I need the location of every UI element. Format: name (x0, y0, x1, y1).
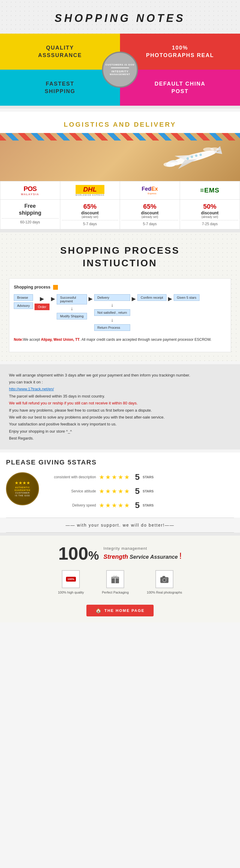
footer-icons: 100% 100% high quality Perfect Packaging (6, 570, 234, 594)
star-2-5: ★ (124, 488, 130, 495)
ems-discount-pct: 50% (181, 203, 239, 211)
flow-step-delivery: Delivery (94, 294, 130, 301)
guarantee-text-2: CUSTOMER (15, 492, 30, 494)
pos-sub: MALAYSIA (21, 193, 39, 196)
stars-label-1: consistent with description (48, 475, 96, 479)
divider-3 (0, 533, 240, 536)
flow-col-2: Successfulpayment ↓ Modify Shipping (57, 294, 87, 319)
flow-step-browse: Browse (14, 294, 33, 301)
guarantee-text-1: AUTHENTIC GUARANTEE (10, 486, 35, 492)
envelope-border (0, 133, 240, 141)
ems-days: 7-25 days (181, 220, 239, 226)
dhl-discount-pct: 65% (62, 203, 118, 211)
page-title: SHOPPING NOTES (6, 12, 234, 25)
logistics-title: LOGISTICS AND DELIVERY (0, 121, 240, 133)
airplane-icon (161, 145, 227, 169)
fedex-already-set: (already set) (122, 215, 178, 219)
svg-point-11 (171, 162, 180, 165)
footer-icon-packaging: Perfect Packaging (102, 570, 129, 594)
stars-row-2: Service attitude ★ ★ ★ ★ ★ 5 STARS (48, 486, 234, 496)
fedex-sub: Express (142, 192, 156, 195)
info-line-5: If you have any problems, please feel fr… (9, 407, 231, 414)
stars-section: PLEASE GIVING 5STARS ★★★★ AUTHENTIC GUAR… (0, 453, 240, 518)
stars-row-1: consistent with description ★ ★ ★ ★ ★ 5 … (48, 472, 234, 482)
info-line-7: Your satisfaction and positive feedback … (9, 421, 231, 428)
fedex-logo-cell: FedEx Express (120, 181, 180, 199)
guarantee-stars: ★★★★ (15, 480, 30, 485)
integrity-service: Service Assurance (130, 554, 178, 560)
quality-box-4: DEFAULT CHINAPOST (120, 70, 240, 106)
dhl-discount-word: discount (62, 211, 118, 215)
star-2-4: ★ (118, 488, 123, 495)
shipping-logos: POS MALAYSIA DHL WORLDWIDE EXPRESS FedEx… (0, 181, 240, 200)
ems-discount-word: discount (181, 211, 239, 215)
support-text: —— with your support. we will do better!… (66, 523, 175, 528)
camera-icon-box (156, 570, 173, 588)
pos-logo: POS (21, 185, 39, 193)
quality-section: QUALITYASSSURANCE 100%PHOTOGRAPHS REAL F… (0, 34, 240, 106)
process-diagram: Shopping process Browse Advisory ▶ Order… (9, 278, 231, 352)
flow-col-3: Delivery ↓ Not satisfied , return ↓ Retu… (94, 294, 130, 331)
plane-container (4, 139, 236, 170)
home-icon: 🏠 (95, 608, 102, 613)
svg-point-22 (164, 579, 166, 581)
stars-count-1: 5 (135, 472, 140, 482)
star-3-4: ★ (118, 502, 123, 509)
stars-content: ★★★★ AUTHENTIC GUARANTEE CUSTOMER IS THE… (6, 472, 234, 515)
hundred-percent: 100 % Integrity management Strength Serv… (6, 545, 234, 563)
process-note: Note:We accept Alipay, West Union, TT. A… (14, 337, 226, 343)
shopping-notes-header: SHOPPING NOTES (0, 0, 240, 34)
stars-count-3: 5 (135, 500, 140, 510)
star-icons-2: ★ ★ ★ ★ ★ (99, 488, 130, 495)
note-label: Note: (14, 338, 23, 342)
star-2-3: ★ (112, 488, 117, 495)
flow-step-payment: Successfulpayment (57, 294, 87, 305)
stars-rows: consistent with description ★ ★ ★ ★ ★ 5 … (48, 472, 234, 515)
pos-days: 60-120 days (2, 218, 59, 224)
process-label: Shopping process (14, 285, 226, 290)
stars-label-2: Service attitude (48, 489, 96, 493)
fedex-discount-cell: 65% discount (already set) 5-7 days (120, 200, 180, 229)
star-2-1: ★ (99, 488, 104, 495)
center-badge: CUSTOMERS IS GOD INTEGRITY MANAGEMENT (102, 52, 138, 88)
ems-discount-cell: 50% discount (already set) 7-25 days (180, 200, 240, 229)
integrity-line1: Integrity management (103, 546, 182, 551)
process-title: SHOPPING PROCESSINSTIUCTION (6, 244, 234, 269)
guarantee-badge: ★★★★ AUTHENTIC GUARANTEE CUSTOMER IS THE… (6, 472, 42, 505)
stars-unit-2: STARS (143, 489, 153, 493)
fedex-discount-pct: 65% (122, 203, 178, 211)
star-icons-3: ★ ★ ★ ★ ★ (99, 502, 130, 509)
integrity-line2-group: Strength Service Assurance ! (103, 551, 182, 561)
guarantee-text-3: IS THE GOD (15, 494, 30, 497)
down-arrow-1: ↓ (57, 306, 87, 311)
dhl-discount-cell: 65% discount (already set) 5-7 days (60, 200, 120, 229)
info-line-2: you can track it on : (9, 379, 231, 385)
dhl-logo: DHL (76, 185, 104, 194)
star-2-2: ★ (105, 488, 111, 495)
star-icons-1: ★ ★ ★ ★ ★ (99, 473, 130, 481)
flow-step-return: Return Process (94, 324, 130, 331)
quality-box-3: FASTESTSHIPPING (0, 70, 120, 106)
flow-col-1: Browse Advisory (14, 294, 33, 309)
home-page-button[interactable]: 🏠 THE HOME PAGE (87, 605, 153, 616)
star-3-1: ★ (99, 502, 104, 509)
flow-step-confirm: Confirm receipt (137, 294, 167, 301)
home-page-label: THE HOME PAGE (104, 608, 145, 613)
info-section: We will arrange shipment within 3 days a… (0, 364, 240, 450)
down-arrow-3: ↓ (94, 317, 130, 323)
svg-rect-23 (163, 576, 165, 578)
quality-icon-box: 100% (62, 570, 80, 588)
footer-icon-quality: 100% 100% high quality (58, 570, 84, 594)
camera-icon-label: 100% Real photographs (147, 591, 182, 594)
quality-box-2: 100%PHOTOGRAPHS REAL (120, 34, 240, 70)
free-shipping-text: Freeshipping (2, 203, 59, 217)
flow-step-given5: Given 5 stars (174, 294, 200, 301)
badge-line3: MANAGEMENT (110, 73, 130, 76)
dhl-logo-cell: DHL WORLDWIDE EXPRESS (60, 181, 120, 199)
flow-step-modify: Modify Shipping (57, 313, 87, 319)
camera-icon (160, 575, 169, 583)
info-text: We will arrange shipment within 3 days a… (9, 372, 231, 442)
package-icon (111, 575, 120, 584)
fedex-logo: FedEx (142, 186, 158, 192)
fedex-discount-word: discount (122, 211, 178, 215)
